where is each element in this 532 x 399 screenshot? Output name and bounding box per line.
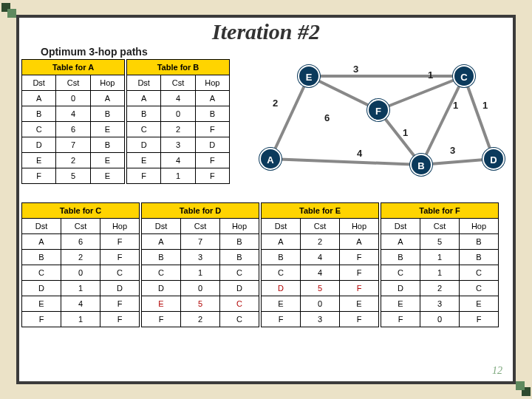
col-header: Dst (381, 219, 420, 234)
table-caption: Table for D (142, 203, 259, 219)
table-row: F2C (142, 312, 259, 327)
edge-weight: 3 (353, 64, 358, 75)
graph-node-D: D (482, 148, 505, 170)
table-row: B4F (262, 250, 379, 265)
col-header: Hop (460, 219, 499, 234)
table-row: C6E (22, 122, 125, 137)
edge-weight: 1 (428, 69, 433, 81)
edge-weight: 2 (273, 98, 278, 109)
page-title: Iteration #2 (21, 19, 511, 44)
graph-node-A: A (259, 148, 282, 170)
bottom-row: Table for CDstCstHopA6FB2FC0CD1DE4FF1F T… (21, 202, 511, 327)
col-header: Cst (181, 219, 220, 234)
table-row: E3E (381, 296, 499, 312)
table-row: B3B (142, 250, 259, 265)
table-row: A0A (22, 91, 125, 106)
routing-table-B: Table for BDstCstHopA4AB0BC2FD3DE4FF1F (126, 59, 230, 184)
graph-node-C: C (453, 65, 475, 87)
table-row: E5C (142, 296, 259, 312)
table-row: C0C (22, 265, 140, 281)
table-row: E2E (22, 153, 125, 168)
table-row: A5B (381, 234, 499, 250)
edge-weight: 1 (453, 100, 458, 111)
table-row: D1D (22, 281, 140, 296)
table-row: C2F (127, 122, 230, 137)
col-header: Hop (100, 219, 140, 234)
col-header: Dst (22, 219, 61, 234)
table-row: D0D (142, 281, 259, 296)
table-row: B0B (127, 106, 230, 122)
table-row: C1C (381, 265, 499, 281)
table-row: F3F (262, 312, 379, 327)
table-row: C4F (262, 265, 379, 281)
graph-node-B: B (410, 154, 432, 176)
page-number: 12 (492, 365, 502, 377)
page-subtitle: Optimum 3-hop paths (41, 46, 511, 58)
edge-weight: 6 (324, 112, 330, 123)
table-row: A7B (142, 234, 259, 250)
col-header: Hop (340, 219, 379, 234)
edge-weight: 3 (450, 145, 455, 156)
col-header: Hop (220, 219, 259, 234)
table-row: D3D (127, 137, 230, 153)
table-row: E0E (262, 296, 379, 312)
routing-table-E: Table for EDstCstHopA2AB4FC4FD5FE0EF3F (261, 202, 379, 327)
col-header: Cst (56, 75, 90, 91)
table-row: D7B (22, 137, 125, 153)
content-frame: Iteration #2 Optimum 3-hop paths Table f… (16, 15, 516, 384)
table-caption: Table for F (381, 203, 499, 219)
table-row: A2A (262, 234, 379, 250)
table-row: E4F (127, 153, 230, 168)
top-row: Table for ADstCstHopA0AB4BC6ED7BE2EF5E T… (21, 59, 511, 203)
table-row: B1B (381, 250, 499, 265)
table-row: F0F (381, 312, 499, 327)
table-row: A4A (127, 91, 230, 106)
table-caption: Table for B (127, 60, 230, 75)
graph-node-E: E (298, 65, 320, 87)
table-row: B4B (22, 106, 125, 122)
table-caption: Table for A (22, 60, 125, 75)
routing-table-F: Table for FDstCstHopA5BB1BC1CD2CE3EF0F (381, 202, 499, 327)
col-header: Cst (161, 75, 195, 91)
routing-table-D: Table for DDstCstHopA7BB3BC1CD0DE5CF2C (141, 202, 259, 327)
col-header: Cst (301, 219, 340, 234)
table-row: F1F (22, 312, 140, 327)
edge-weight: 4 (357, 148, 362, 159)
col-header: Dst (142, 219, 181, 234)
svg-line-1 (270, 76, 309, 159)
col-header: Dst (22, 75, 56, 91)
col-header: Hop (195, 75, 229, 91)
svg-line-8 (464, 76, 494, 159)
col-header: Cst (420, 219, 460, 234)
col-header: Dst (262, 219, 301, 234)
routing-table-A: Table for ADstCstHopA0AB4BC6ED7BE2EF5E (21, 59, 125, 184)
table-row: D5F (262, 281, 379, 296)
table-row: F1F (127, 168, 230, 184)
svg-line-3 (270, 159, 421, 165)
network-graph: 326411131ECABFD (231, 59, 511, 203)
table-caption: Table for C (22, 203, 140, 219)
table-row: D2C (381, 281, 499, 296)
table-row: F5E (22, 168, 125, 184)
col-header: Hop (90, 75, 124, 91)
col-header: Dst (127, 75, 161, 91)
col-header: Cst (61, 219, 100, 234)
edge-weight: 1 (482, 100, 488, 111)
edge-weight: 1 (403, 127, 408, 138)
table-row: C1C (142, 265, 259, 281)
graph-node-F: F (367, 99, 389, 121)
table-row: B2F (22, 250, 140, 265)
routing-table-C: Table for CDstCstHopA6FB2FC0CD1DE4FF1F (21, 202, 140, 327)
table-caption: Table for E (262, 203, 379, 219)
table-row: E4F (22, 296, 140, 312)
table-row: A6F (22, 234, 140, 250)
